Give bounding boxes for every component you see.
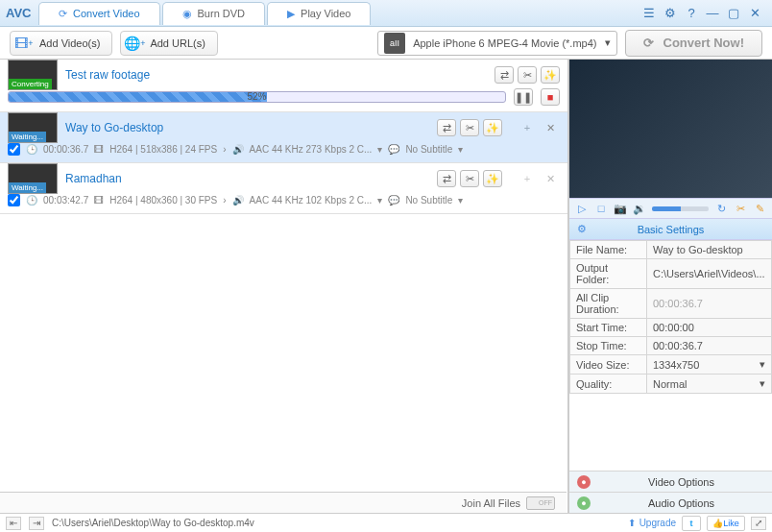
start-key: Start Time: bbox=[570, 319, 647, 337]
add-videos-button[interactable]: 🎞+ Add Video(s) bbox=[10, 31, 112, 56]
cut-icon[interactable]: ✂ bbox=[518, 66, 537, 84]
toolbar: 🎞+ Add Video(s) 🌐+ Add URL(s) aII Apple … bbox=[0, 27, 772, 60]
item-title: Way to Go-desktop bbox=[65, 121, 429, 134]
upgrade-label: Upgrade bbox=[639, 518, 676, 528]
wand-icon[interactable]: ✨ bbox=[483, 170, 502, 187]
list-footer: Join All Files OFF bbox=[0, 492, 567, 513]
chevron-right-icon[interactable]: › bbox=[223, 144, 226, 155]
gear-icon[interactable]: ⚙ bbox=[663, 6, 678, 21]
add-icon[interactable]: + bbox=[518, 170, 537, 187]
convert-now-button[interactable]: ⟳ Convert Now! bbox=[625, 30, 763, 57]
thumbnail: Waiting... bbox=[8, 163, 58, 194]
clock-icon: 🕒 bbox=[26, 144, 37, 155]
audio-icon: 🔊 bbox=[232, 144, 244, 155]
thumbnail: Converting bbox=[8, 60, 58, 90]
button-label: Add Video(s) bbox=[39, 37, 100, 49]
tab-convert-video[interactable]: ⟳ Convert Video bbox=[38, 2, 160, 25]
wand-icon[interactable]: ✨ bbox=[541, 66, 560, 84]
help-icon[interactable]: ? bbox=[684, 6, 699, 21]
stop-button[interactable]: ■ bbox=[541, 88, 560, 106]
facebook-like-button[interactable]: 👍 Like bbox=[707, 516, 745, 531]
cut-icon[interactable]: ✂ bbox=[460, 170, 479, 187]
output-profile-select[interactable]: aII Apple iPhone 6 MPEG-4 Movie (*.mp4) … bbox=[377, 31, 616, 56]
preview-controls: ▷ □ 📷 🔉 ↻ ✂ ✎ bbox=[569, 198, 772, 219]
pause-button[interactable]: ❚❚ bbox=[514, 88, 533, 106]
item-checkbox[interactable] bbox=[8, 194, 20, 206]
stop-icon[interactable]: □ bbox=[594, 202, 608, 215]
volume-slider[interactable] bbox=[652, 206, 709, 211]
chevron-right-icon[interactable]: › bbox=[223, 195, 226, 206]
chevron-down-icon[interactable]: ▾ bbox=[458, 144, 463, 155]
item-title: Ramadhan bbox=[65, 172, 429, 185]
video-info: H264 | 480x360 | 30 FPS bbox=[109, 195, 217, 206]
status-path: C:\Users\Ariel\Desktop\Way to Go-desktop… bbox=[52, 518, 254, 528]
chevron-down-icon[interactable]: ▾ bbox=[458, 195, 463, 206]
settings-table: File Name:Way to Go-desktop Output Folde… bbox=[569, 240, 772, 394]
expand-icon[interactable]: ⤢ bbox=[751, 517, 766, 530]
prev-icon[interactable]: ⇤ bbox=[6, 517, 21, 530]
join-toggle[interactable]: OFF bbox=[526, 496, 555, 510]
subtitle-info: No Subtitle bbox=[405, 195, 452, 206]
header-label: Basic Settings bbox=[638, 224, 705, 235]
rotate-icon[interactable]: ↻ bbox=[714, 202, 728, 215]
add-icon[interactable]: + bbox=[518, 119, 537, 136]
list-item[interactable]: Waiting... Way to Go-desktop ⇄ ✂ ✨ + ✕ 🕒… bbox=[0, 112, 567, 163]
status-badge: Waiting... bbox=[9, 182, 46, 193]
upgrade-icon: ⬆ bbox=[628, 518, 636, 528]
refresh-icon: ⟳ bbox=[59, 8, 67, 20]
list-item[interactable]: Converting Test raw footage ⇄ ✂ ✨ 52% ❚❚… bbox=[0, 60, 567, 112]
chevron-down-icon[interactable]: ▾ bbox=[377, 195, 382, 206]
quality-select[interactable]: Normal▾ bbox=[653, 377, 765, 390]
side-panel: ▷ □ 📷 🔉 ↻ ✂ ✎ ⚙ Basic Settings File Name… bbox=[568, 60, 772, 513]
clip-value: 00:00:36.7 bbox=[647, 289, 772, 319]
twitter-button[interactable]: t bbox=[682, 516, 701, 531]
progress-bar: 52% bbox=[8, 91, 506, 103]
play-icon[interactable]: ▷ bbox=[575, 202, 589, 215]
remove-icon[interactable]: ✕ bbox=[541, 119, 560, 136]
swap-icon[interactable]: ⇄ bbox=[437, 170, 456, 187]
output-key: Output Folder: bbox=[570, 259, 647, 289]
stop-value[interactable]: 00:00:36.7 bbox=[647, 337, 772, 355]
convert-icon: ⟳ bbox=[643, 36, 654, 50]
cut-icon[interactable]: ✂ bbox=[734, 202, 747, 215]
effects-icon[interactable]: ✎ bbox=[753, 202, 766, 215]
chevron-down-icon[interactable]: ▾ bbox=[377, 144, 382, 155]
output-value[interactable]: C:\Users\Ariel\Videos\... bbox=[647, 259, 772, 289]
tab-play-video[interactable]: ▶ Play Video bbox=[267, 2, 371, 25]
add-urls-button[interactable]: 🌐+ Add URL(s) bbox=[120, 31, 217, 56]
next-icon[interactable]: ⇥ bbox=[29, 517, 44, 530]
audio-info: AAC 44 KHz 273 Kbps 2 C... bbox=[250, 144, 373, 155]
audio-options-row[interactable]: ● Audio Options bbox=[569, 492, 772, 513]
snapshot-icon[interactable]: 📷 bbox=[614, 202, 627, 215]
stop-key: Stop Time: bbox=[570, 337, 647, 355]
upgrade-link[interactable]: ⬆ Upgrade bbox=[628, 518, 676, 528]
video-options-row[interactable]: ● Video Options bbox=[569, 471, 772, 492]
audio-icon: ● bbox=[577, 496, 591, 510]
status-badge: Converting bbox=[9, 79, 52, 89]
maximize-icon[interactable]: ▢ bbox=[726, 6, 741, 21]
play-icon: ▶ bbox=[287, 8, 295, 20]
remove-icon[interactable]: ✕ bbox=[541, 170, 560, 187]
status-badge: Waiting... bbox=[9, 132, 46, 142]
swap-icon[interactable]: ⇄ bbox=[495, 66, 514, 84]
minimize-icon[interactable]: — bbox=[705, 6, 720, 21]
close-icon[interactable]: ✕ bbox=[747, 6, 762, 21]
item-checkbox[interactable] bbox=[8, 143, 20, 156]
clock-icon: 🕒 bbox=[26, 195, 37, 206]
wand-icon[interactable]: ✨ bbox=[483, 119, 502, 136]
swap-icon[interactable]: ⇄ bbox=[437, 119, 456, 136]
cut-icon[interactable]: ✂ bbox=[460, 119, 479, 136]
basic-settings-header[interactable]: ⚙ Basic Settings bbox=[569, 219, 772, 240]
size-select[interactable]: 1334x750▾ bbox=[653, 358, 765, 371]
tab-label: Play Video bbox=[301, 8, 350, 19]
list-item[interactable]: Waiting... Ramadhan ⇄ ✂ ✨ + ✕ 🕒 00:03:42… bbox=[0, 163, 567, 214]
file-name-value[interactable]: Way to Go-desktop bbox=[647, 241, 772, 259]
volume-icon[interactable]: 🔉 bbox=[633, 202, 646, 215]
tab-burn-dvd[interactable]: ◉ Burn DVD bbox=[162, 2, 266, 25]
video-options-label: Video Options bbox=[598, 476, 764, 488]
chevron-down-icon: ▾ bbox=[760, 377, 765, 390]
clip-key: All Clip Duration: bbox=[570, 289, 647, 319]
start-value[interactable]: 00:00:00 bbox=[647, 319, 772, 337]
subtitle-icon: 💬 bbox=[388, 144, 399, 155]
menu-icon[interactable]: ☰ bbox=[641, 6, 657, 21]
